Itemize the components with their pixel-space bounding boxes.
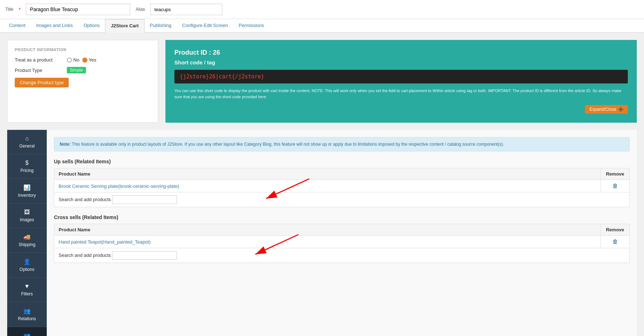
title-required: * (19, 7, 20, 12)
crosssell-remove-cell: 🗑 (601, 236, 630, 248)
sidebar-inventory-label: Inventory (18, 193, 36, 198)
shortcode-note: You can use this short code to display t… (174, 88, 628, 100)
upsells-title: Up sells (Related Items) (54, 159, 630, 164)
tab-images-links[interactable]: Images and Links (31, 19, 78, 32)
crosssells-col-remove: Remove (601, 224, 630, 236)
treat-as-product-row: Treat as a product No Yes (15, 57, 151, 63)
shortcode-code: {j2store}26|cart{/j2store} (174, 70, 628, 83)
treat-no-label: No (73, 57, 79, 63)
radio-yes-circle (82, 58, 87, 63)
sidebar: ⌂ General $ Pricing 📊 Inventory 🖼 Images… (7, 130, 47, 336)
sidebar-item-inventory[interactable]: 📊 Inventory (7, 179, 47, 204)
tabs-bar: Content Images and Links Options J2Store… (0, 19, 644, 33)
sidebar-options-label: Options (19, 267, 34, 272)
product-info-box: PRODUCT INFORMATION Treat as a product N… (7, 40, 158, 123)
sidebar-item-images[interactable]: 🖼 Images (7, 204, 47, 228)
title-input[interactable] (26, 4, 130, 15)
crosssell-trash-icon[interactable]: 🗑 (612, 239, 618, 245)
table-row: Hand painted Teapot(Hand_painted_Teapot)… (54, 236, 630, 248)
sidebar-item-pricing[interactable]: $ Pricing (7, 154, 47, 179)
sidebar-pricing-label: Pricing (20, 168, 34, 173)
upsell-remove-cell: 🗑 (601, 180, 630, 192)
upsells-search-input[interactable] (112, 195, 177, 204)
home-icon: ⌂ (25, 135, 29, 142)
crosssells-table: Product Name Remove Hand painted Teapot(… (54, 224, 630, 263)
dollar-icon: $ (26, 160, 29, 166)
note-text: This feature is available only in produc… (72, 142, 504, 147)
upsells-container: Product Name Remove Brook Ceramic Servin… (54, 168, 630, 207)
expand-close-button[interactable]: Expand/Close ➕ (585, 105, 628, 114)
image-icon: 🖼 (24, 209, 30, 215)
upsell-product-name: Brook Ceramic Serving plate(brook-cerami… (54, 180, 601, 192)
upsells-col-product: Product Name (54, 168, 601, 180)
tab-content[interactable]: Content (4, 19, 31, 32)
upsell-product-link[interactable]: Brook Ceramic Serving plate(brook-cerami… (59, 183, 179, 189)
shipping-icon: 🚚 (23, 233, 31, 240)
upsells-search-cell: Search and add products (54, 192, 630, 207)
upsell-trash-icon[interactable]: 🗑 (612, 183, 618, 189)
expand-close-label: Expand/Close (589, 107, 616, 112)
tab-publishing[interactable]: Publishing (145, 19, 177, 32)
product-info-section: PRODUCT INFORMATION Treat as a product N… (7, 40, 637, 123)
crosssells-search-row: Search and add products (54, 248, 630, 263)
product-type-badge: Simple (67, 67, 86, 73)
sidebar-general-label: General (19, 144, 35, 149)
sidebar-relations-label: Relations (18, 316, 36, 321)
upsells-search-row: Search and add products (54, 192, 630, 207)
crosssell-product-link[interactable]: Hand painted Teapot(Hand_painted_Teapot) (59, 239, 151, 245)
shortcode-product-id: Product ID : 26 (174, 49, 628, 56)
main-content: PRODUCT INFORMATION Treat as a product N… (0, 33, 644, 336)
upsells-table: Product Name Remove Brook Ceramic Servin… (54, 168, 630, 207)
note-box: Note: This feature is available only in … (54, 137, 630, 151)
table-row: Brook Ceramic Serving plate(brook-cerami… (54, 180, 630, 192)
radio-no-circle (67, 58, 72, 63)
crosssells-col-product: Product Name (54, 224, 601, 236)
sidebar-item-options[interactable]: 👤 Options (7, 253, 47, 278)
treat-no-option[interactable]: No (67, 57, 79, 63)
tab-j2store-cart[interactable]: J2Store Cart (105, 19, 144, 33)
bottom-section: ⌂ General $ Pricing 📊 Inventory 🖼 Images… (7, 130, 637, 336)
expand-icon: ➕ (618, 107, 624, 112)
relations-icon: 👥 (23, 308, 31, 314)
shortcode-subtitle: Short code / tag (174, 59, 628, 65)
sidebar-item-relations[interactable]: 👥 Relations (7, 302, 47, 327)
upsells-search-label: Search and add products (59, 197, 111, 202)
options-icon: 👤 (23, 258, 31, 265)
sidebar-item-general[interactable]: ⌂ General (7, 130, 47, 154)
tab-configure-edit-screen[interactable]: Configure Edit Screen (177, 19, 233, 32)
treat-label: Treat as a product (15, 57, 61, 63)
sidebar-item-apps[interactable]: 👥 Apps (7, 327, 47, 336)
crosssells-search-input[interactable] (112, 251, 177, 260)
crosssell-product-name: Hand painted Teapot(Hand_painted_Teapot) (54, 236, 601, 248)
product-type-row: Product Type Simple (15, 67, 151, 73)
product-info-title: PRODUCT INFORMATION (15, 47, 151, 52)
crosssells-container: Product Name Remove Hand painted Teapot(… (54, 224, 630, 263)
product-type-label: Product Type (15, 68, 61, 73)
treat-radio-group: No Yes (67, 57, 96, 63)
crosssells-search-cell: Search and add products (54, 248, 630, 263)
sidebar-item-shipping[interactable]: 🚚 Shipping (7, 228, 47, 253)
shortcode-box: Product ID : 26 Short code / tag {j2stor… (165, 40, 637, 123)
treat-yes-label: Yes (89, 57, 96, 63)
tab-permissions[interactable]: Permissions (233, 19, 270, 32)
upsells-col-remove: Remove (601, 168, 630, 180)
treat-yes-option[interactable]: Yes (82, 57, 96, 63)
sidebar-item-filters[interactable]: ▼ Filters (7, 278, 47, 302)
crosssells-search-label: Search and add products (59, 253, 111, 258)
apps-icon: 👥 (23, 332, 31, 336)
chart-icon: 📊 (23, 184, 31, 191)
header: Title * Alias (0, 0, 644, 19)
note-bold: Note: (60, 142, 71, 147)
content-area: Note: This feature is available only in … (47, 130, 637, 336)
crosssells-title: Cross sells (Related Items) (54, 214, 630, 220)
sidebar-filters-label: Filters (21, 291, 33, 296)
alias-input[interactable] (150, 4, 222, 15)
title-label: Title (5, 7, 13, 12)
change-product-type-button[interactable]: Change Product type (15, 78, 69, 87)
tab-options[interactable]: Options (78, 19, 105, 32)
alias-label: Alias (136, 7, 145, 12)
sidebar-images-label: Images (20, 217, 34, 222)
filter-icon: ▼ (24, 283, 30, 290)
sidebar-shipping-label: Shipping (19, 242, 36, 247)
